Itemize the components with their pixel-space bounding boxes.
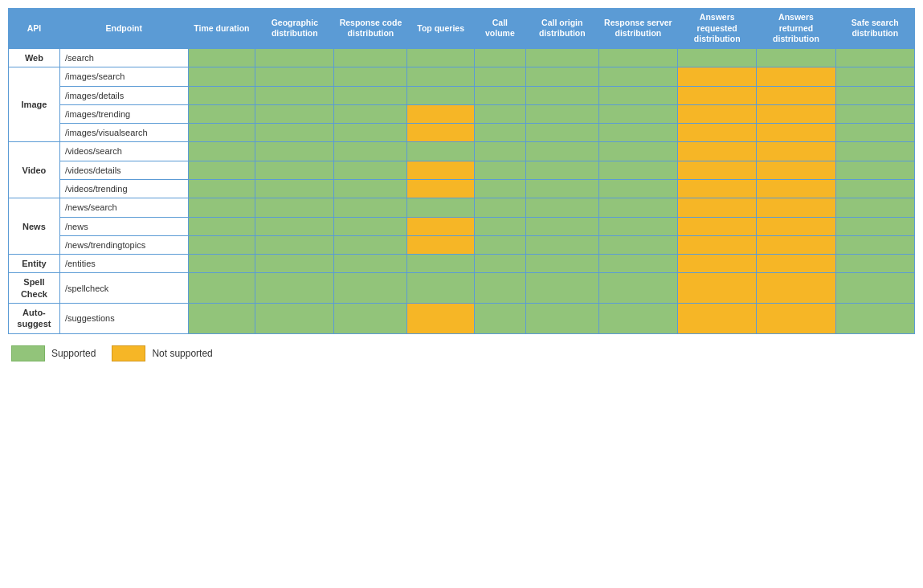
feature-cell	[474, 304, 525, 334]
feature-cell	[474, 217, 525, 235]
feature-cell	[334, 67, 407, 86]
endpoint-cell: /videos/details	[59, 161, 188, 179]
table-row: Spell Check/spellcheck	[9, 273, 915, 304]
feature-cell	[678, 273, 757, 304]
feature-cell	[598, 273, 677, 304]
feature-cell	[188, 198, 255, 217]
feature-cell	[334, 104, 407, 123]
feature-cell	[678, 198, 757, 217]
feature-cell	[255, 198, 334, 217]
endpoint-cell: /spellcheck	[59, 273, 188, 304]
table-row: News/news/search	[9, 198, 915, 217]
feature-cell	[334, 180, 407, 198]
feature-cell	[525, 86, 598, 104]
col-header-response-server: Response server distribution	[598, 9, 677, 49]
table-row: Entity/entities	[9, 255, 915, 273]
feature-matrix-table: API Endpoint Time duration Geographic di…	[8, 8, 915, 334]
feature-cell	[474, 198, 525, 217]
api-cell: Image	[9, 67, 60, 142]
feature-cell	[525, 67, 598, 86]
legend-supported: Supported	[11, 345, 96, 361]
feature-cell	[678, 124, 757, 142]
feature-cell	[835, 304, 914, 334]
endpoint-cell: /news/trendingtopics	[59, 235, 188, 254]
endpoint-cell: /images/trending	[59, 104, 188, 123]
feature-cell	[188, 180, 255, 198]
feature-cell	[525, 273, 598, 304]
col-header-answers-requested: Answers requested distribution	[678, 9, 757, 49]
table-row: /videos/trending	[9, 180, 915, 198]
feature-cell	[407, 198, 475, 217]
legend-green-box	[11, 345, 45, 361]
feature-cell	[757, 67, 835, 86]
endpoint-cell: /search	[59, 48, 188, 67]
feature-cell	[188, 67, 255, 86]
feature-cell	[188, 104, 255, 123]
feature-cell	[407, 142, 475, 161]
endpoint-cell: /videos/trending	[59, 180, 188, 198]
feature-cell	[835, 48, 914, 67]
feature-cell	[255, 273, 334, 304]
col-header-response-code: Response code distribution	[334, 9, 407, 49]
feature-cell	[334, 217, 407, 235]
feature-cell	[835, 255, 914, 273]
feature-cell	[835, 161, 914, 179]
feature-cell	[598, 161, 677, 179]
feature-cell	[334, 304, 407, 334]
feature-cell	[334, 235, 407, 254]
legend: Supported Not supported	[8, 345, 915, 361]
feature-cell	[757, 124, 835, 142]
feature-cell	[407, 180, 475, 198]
feature-cell	[255, 304, 334, 334]
feature-cell	[334, 161, 407, 179]
feature-cell	[598, 180, 677, 198]
feature-cell	[188, 235, 255, 254]
feature-cell	[407, 255, 475, 273]
feature-cell	[474, 86, 525, 104]
feature-cell	[255, 86, 334, 104]
table-row: Video/videos/search	[9, 142, 915, 161]
feature-cell	[598, 48, 677, 67]
feature-cell	[407, 273, 475, 304]
api-cell: Web	[9, 48, 60, 67]
feature-cell	[678, 235, 757, 254]
feature-cell	[255, 142, 334, 161]
feature-cell	[474, 273, 525, 304]
feature-cell	[678, 86, 757, 104]
feature-cell	[255, 161, 334, 179]
feature-cell	[598, 67, 677, 86]
table-row: Image/images/search	[9, 67, 915, 86]
col-header-call-volume: Call volume	[474, 9, 525, 49]
api-cell: Auto- suggest	[9, 304, 60, 334]
legend-supported-label: Supported	[51, 348, 96, 359]
feature-cell	[474, 67, 525, 86]
feature-cell	[757, 48, 835, 67]
table-row: /images/details	[9, 86, 915, 104]
feature-cell	[835, 217, 914, 235]
feature-cell	[835, 180, 914, 198]
feature-cell	[474, 142, 525, 161]
feature-cell	[525, 304, 598, 334]
endpoint-cell: /images/visualsearch	[59, 124, 188, 142]
feature-cell	[757, 161, 835, 179]
feature-cell	[188, 48, 255, 67]
legend-orange-box	[112, 345, 145, 361]
feature-cell	[757, 255, 835, 273]
feature-cell	[598, 235, 677, 254]
main-container: API Endpoint Time duration Geographic di…	[8, 8, 915, 361]
feature-cell	[598, 217, 677, 235]
feature-cell	[525, 235, 598, 254]
feature-cell	[188, 304, 255, 334]
feature-cell	[188, 161, 255, 179]
endpoint-cell: /news/search	[59, 198, 188, 217]
table-row: Web/search	[9, 48, 915, 67]
table-row: /images/trending	[9, 104, 915, 123]
feature-cell	[255, 180, 334, 198]
feature-cell	[525, 255, 598, 273]
feature-cell	[757, 104, 835, 123]
feature-cell	[835, 124, 914, 142]
feature-cell	[255, 124, 334, 142]
feature-cell	[474, 161, 525, 179]
feature-cell	[474, 124, 525, 142]
col-header-geo: Geographic distribution	[255, 9, 334, 49]
